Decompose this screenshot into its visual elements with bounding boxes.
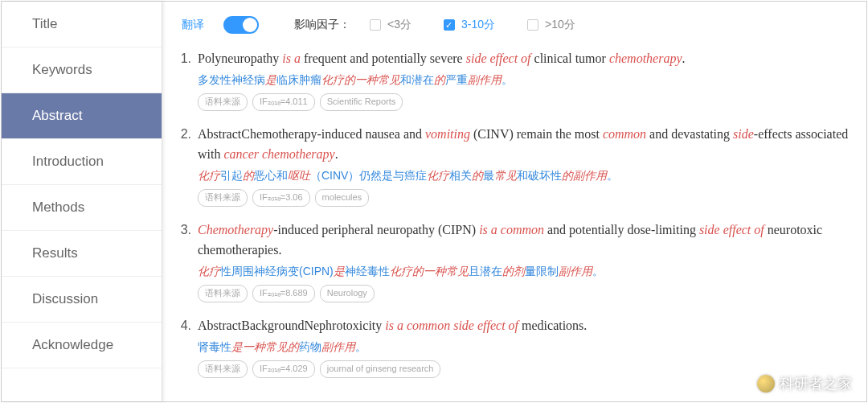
result-number: 1. [175, 48, 198, 111]
chinese-translation: 肾毒性是一种常见的药物副作用。 [198, 338, 852, 356]
watermark-text: 科研者之家 [780, 374, 852, 393]
tag-if[interactable]: IF₂₀₁₈=4.029 [252, 360, 315, 378]
english-sentence: Polyneuropathy is a frequent and potenti… [198, 48, 852, 69]
sidebar-item-title[interactable]: Title [2, 2, 162, 47]
main-panel: 翻译 影响因子： <3分✓3-10分>10分 1.Polyneuropathy … [162, 2, 866, 401]
result-body: Polyneuropathy is a frequent and potenti… [198, 48, 852, 111]
result-item: 4.AbstractBackgroundNephrotoxicity is a … [175, 315, 852, 378]
translate-toggle[interactable] [223, 16, 259, 34]
tag-journal[interactable]: Neurology [320, 285, 375, 302]
filter-checkbox-3-10分[interactable]: ✓3-10分 [444, 18, 495, 32]
checkbox-icon [527, 19, 538, 31]
tag-src[interactable]: 语料来源 [198, 360, 248, 378]
sidebar: TitleKeywordsAbstractIntroductionMethods… [2, 2, 162, 401]
checkbox-label: 3-10分 [461, 18, 495, 32]
result-item: 2.AbstractChemotherapy-induced nausea an… [175, 124, 852, 207]
result-number: 4. [175, 315, 198, 378]
sidebar-item-acknowledge[interactable]: Acknowledge [2, 323, 162, 368]
checkbox-icon: ✓ [444, 19, 455, 31]
tag-src[interactable]: 语料来源 [198, 285, 248, 302]
watermark: 科研者之家 [757, 374, 852, 393]
chinese-translation: 化疗引起的恶心和呕吐（CINV）仍然是与癌症化疗相关的最常见和破坏性的副作用。 [198, 167, 852, 184]
result-body: AbstractBackgroundNephrotoxicity is a co… [198, 315, 852, 378]
checkbox-label: >10分 [545, 18, 575, 32]
tag-journal[interactable]: Scientific Reports [320, 93, 403, 111]
app-container: TitleKeywordsAbstractIntroductionMethods… [1, 1, 867, 402]
filter-checkbox->10分[interactable]: >10分 [527, 18, 575, 32]
sidebar-item-methods[interactable]: Methods [2, 185, 162, 231]
sidebar-item-results[interactable]: Results [2, 231, 162, 277]
tag-if[interactable]: IF₂₀₁₈=3.06 [252, 189, 310, 207]
sidebar-item-discussion[interactable]: Discussion [2, 277, 162, 323]
chinese-translation: 化疗性周围神经病变(CIPN)是神经毒性化疗的一种常见且潜在的剂量限制副作用。 [198, 262, 852, 280]
checkbox-label: <3分 [387, 18, 411, 32]
result-number: 3. [175, 220, 198, 302]
filter-bar: 翻译 影响因子： <3分✓3-10分>10分 [172, 11, 852, 48]
tag-row: 语料来源IF₂₀₁₈=3.06molecules [198, 189, 852, 207]
sidebar-item-introduction[interactable]: Introduction [2, 139, 162, 185]
sidebar-item-keywords[interactable]: Keywords [2, 47, 162, 93]
tag-src[interactable]: 语料来源 [198, 189, 248, 207]
tag-row: 语料来源IF₂₀₁₈=4.011Scientific Reports [198, 93, 852, 111]
result-item: 1.Polyneuropathy is a frequent and poten… [175, 48, 852, 111]
tag-src[interactable]: 语料来源 [198, 93, 248, 111]
english-sentence: AbstractBackgroundNephrotoxicity is a co… [198, 315, 852, 336]
tag-if[interactable]: IF₂₀₁₈=4.011 [252, 93, 315, 111]
english-sentence: AbstractChemotherapy-induced nausea and … [198, 124, 852, 165]
chinese-translation: 多发性神经病是临床肿瘤化疗的一种常见和潜在的严重副作用。 [198, 71, 852, 88]
result-item: 3.Chemotherapy-induced peripheral neurop… [175, 220, 852, 302]
result-body: Chemotherapy-induced peripheral neuropat… [198, 220, 852, 302]
filter-checkbox-<3分[interactable]: <3分 [370, 18, 411, 32]
filter-options: <3分✓3-10分>10分 [370, 18, 575, 32]
tag-row: 语料来源IF₂₀₁₈=4.029journal of ginseng resea… [198, 360, 852, 378]
tag-journal[interactable]: journal of ginseng research [320, 360, 441, 378]
tag-journal[interactable]: molecules [315, 189, 370, 207]
english-sentence: Chemotherapy-induced peripheral neuropat… [198, 220, 852, 261]
tag-if[interactable]: IF₂₀₁₈=8.689 [252, 285, 315, 302]
translate-label: 翻译 [182, 18, 204, 32]
result-number: 2. [175, 124, 198, 207]
checkbox-icon [370, 19, 381, 31]
results-list: 1.Polyneuropathy is a frequent and poten… [172, 48, 852, 378]
sidebar-item-abstract[interactable]: Abstract [2, 93, 162, 139]
tag-row: 语料来源IF₂₀₁₈=8.689Neurology [198, 285, 852, 302]
impact-factor-label: 影响因子： [294, 18, 350, 32]
wechat-icon [757, 375, 775, 393]
result-body: AbstractChemotherapy-induced nausea and … [198, 124, 852, 207]
